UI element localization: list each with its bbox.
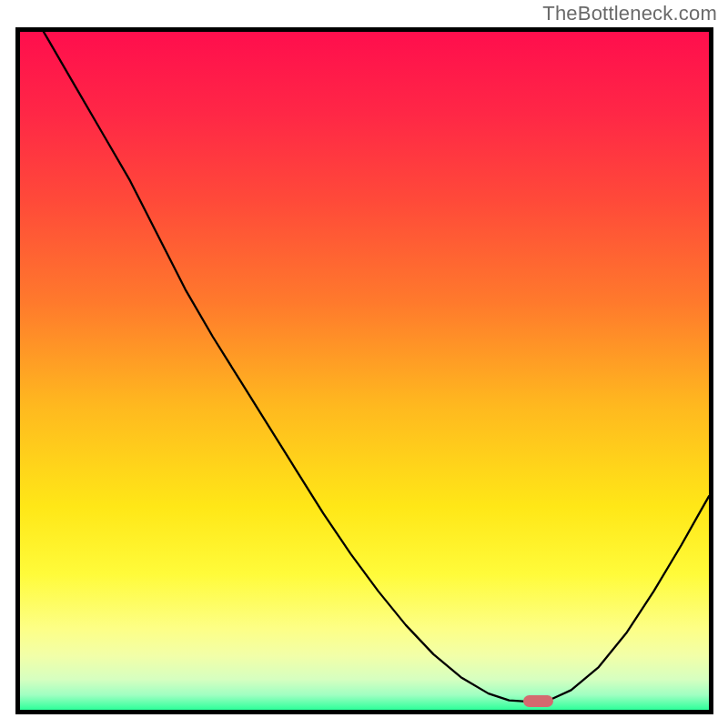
watermark-text: TheBottleneck.com xyxy=(542,2,717,25)
chart-frame xyxy=(15,27,713,714)
data-curve xyxy=(20,32,709,710)
chart-area xyxy=(20,32,709,710)
optimum-marker xyxy=(523,695,553,707)
